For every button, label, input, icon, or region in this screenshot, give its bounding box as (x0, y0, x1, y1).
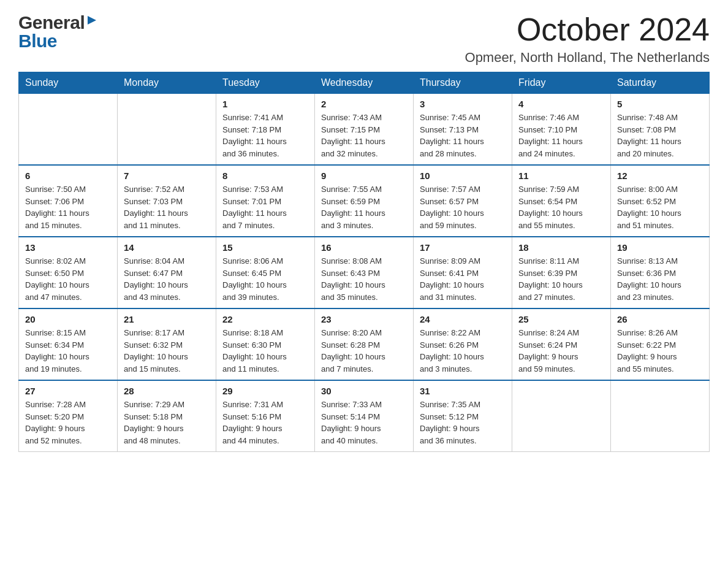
day-number: 30 (321, 386, 407, 396)
calendar-cell: 9Sunrise: 7:55 AMSunset: 6:59 PMDaylight… (315, 165, 414, 237)
day-info: Sunrise: 7:50 AMSunset: 7:06 PMDaylight:… (25, 183, 111, 231)
day-info: Sunrise: 7:59 AMSunset: 6:54 PMDaylight:… (518, 183, 604, 231)
calendar-cell: 2Sunrise: 7:43 AMSunset: 7:15 PMDaylight… (315, 94, 414, 166)
calendar-cell: 1Sunrise: 7:41 AMSunset: 7:18 PMDaylight… (216, 94, 315, 166)
calendar-cell: 27Sunrise: 7:28 AMSunset: 5:20 PMDayligh… (19, 380, 118, 452)
logo-blue-text: Blue (18, 31, 57, 52)
day-number: 15 (222, 242, 308, 253)
logo-general-text: General (18, 12, 85, 33)
location-title: Opmeer, North Holland, The Netherlands (465, 50, 710, 66)
day-number: 21 (124, 314, 210, 324)
day-number: 19 (617, 242, 703, 253)
calendar-cell: 12Sunrise: 8:00 AMSunset: 6:52 PMDayligh… (611, 165, 710, 237)
day-info: Sunrise: 7:33 AMSunset: 5:14 PMDaylight:… (321, 399, 407, 446)
calendar-cell: 29Sunrise: 7:31 AMSunset: 5:16 PMDayligh… (216, 380, 315, 452)
day-number: 5 (617, 99, 703, 109)
day-info: Sunrise: 7:46 AMSunset: 7:10 PMDaylight:… (518, 112, 604, 159)
calendar-cell (118, 94, 216, 166)
day-number: 25 (518, 314, 604, 324)
day-number: 20 (25, 314, 111, 324)
day-info: Sunrise: 8:17 AMSunset: 6:32 PMDaylight:… (124, 327, 210, 375)
header-monday: Monday (118, 72, 216, 94)
header-wednesday: Wednesday (315, 72, 414, 94)
calendar-week-row: 13Sunrise: 8:02 AMSunset: 6:50 PMDayligh… (19, 237, 710, 308)
day-number: 18 (518, 242, 604, 253)
title-area: October 2024 Opmeer, North Holland, The … (465, 12, 710, 66)
calendar-cell: 18Sunrise: 8:11 AMSunset: 6:39 PMDayligh… (512, 237, 611, 308)
day-info: Sunrise: 7:55 AMSunset: 6:59 PMDaylight:… (321, 183, 407, 231)
day-number: 31 (420, 386, 506, 396)
calendar-cell (611, 380, 710, 452)
header-saturday: Saturday (611, 72, 710, 94)
day-info: Sunrise: 8:26 AMSunset: 6:22 PMDaylight:… (617, 327, 703, 375)
calendar-cell: 31Sunrise: 7:35 AMSunset: 5:12 PMDayligh… (414, 380, 512, 452)
day-number: 23 (321, 314, 407, 324)
calendar-cell: 21Sunrise: 8:17 AMSunset: 6:32 PMDayligh… (118, 308, 216, 380)
calendar-cell: 15Sunrise: 8:06 AMSunset: 6:45 PMDayligh… (216, 237, 315, 308)
calendar-cell: 26Sunrise: 8:26 AMSunset: 6:22 PMDayligh… (611, 308, 710, 380)
day-number: 26 (617, 314, 703, 324)
calendar-cell: 22Sunrise: 8:18 AMSunset: 6:30 PMDayligh… (216, 308, 315, 380)
calendar-cell (512, 380, 611, 452)
day-number: 8 (222, 170, 308, 181)
day-info: Sunrise: 8:02 AMSunset: 6:50 PMDaylight:… (25, 255, 111, 303)
calendar-week-row: 27Sunrise: 7:28 AMSunset: 5:20 PMDayligh… (19, 380, 710, 452)
svg-marker-0 (88, 16, 96, 25)
calendar-week-row: 6Sunrise: 7:50 AMSunset: 7:06 PMDaylight… (19, 165, 710, 237)
day-info: Sunrise: 8:18 AMSunset: 6:30 PMDaylight:… (222, 327, 308, 375)
day-info: Sunrise: 7:43 AMSunset: 7:15 PMDaylight:… (321, 112, 407, 159)
day-number: 11 (518, 170, 604, 181)
day-number: 16 (321, 242, 407, 253)
day-info: Sunrise: 7:41 AMSunset: 7:18 PMDaylight:… (222, 112, 308, 159)
day-number: 22 (222, 314, 308, 324)
calendar-cell: 24Sunrise: 8:22 AMSunset: 6:26 PMDayligh… (414, 308, 512, 380)
day-number: 13 (25, 242, 111, 253)
calendar-cell: 19Sunrise: 8:13 AMSunset: 6:36 PMDayligh… (611, 237, 710, 308)
day-info: Sunrise: 8:00 AMSunset: 6:52 PMDaylight:… (617, 183, 703, 231)
day-number: 3 (420, 99, 506, 109)
day-number: 29 (222, 386, 308, 396)
day-number: 27 (25, 386, 111, 396)
header-thursday: Thursday (414, 72, 512, 94)
day-info: Sunrise: 8:06 AMSunset: 6:45 PMDaylight:… (222, 255, 308, 303)
calendar-cell: 5Sunrise: 7:48 AMSunset: 7:08 PMDaylight… (611, 94, 710, 166)
calendar-cell: 6Sunrise: 7:50 AMSunset: 7:06 PMDaylight… (19, 165, 118, 237)
calendar-week-row: 20Sunrise: 8:15 AMSunset: 6:34 PMDayligh… (19, 308, 710, 380)
calendar-header-row: SundayMondayTuesdayWednesdayThursdayFrid… (19, 72, 710, 94)
day-number: 2 (321, 99, 407, 109)
day-info: Sunrise: 8:24 AMSunset: 6:24 PMDaylight:… (518, 327, 604, 375)
calendar-cell: 23Sunrise: 8:20 AMSunset: 6:28 PMDayligh… (315, 308, 414, 380)
day-number: 1 (222, 99, 308, 109)
calendar-cell: 11Sunrise: 7:59 AMSunset: 6:54 PMDayligh… (512, 165, 611, 237)
day-info: Sunrise: 7:57 AMSunset: 6:57 PMDaylight:… (420, 183, 506, 231)
calendar-cell: 30Sunrise: 7:33 AMSunset: 5:14 PMDayligh… (315, 380, 414, 452)
day-info: Sunrise: 8:11 AMSunset: 6:39 PMDaylight:… (518, 255, 604, 303)
calendar-cell: 17Sunrise: 8:09 AMSunset: 6:41 PMDayligh… (414, 237, 512, 308)
header-tuesday: Tuesday (216, 72, 315, 94)
day-info: Sunrise: 8:22 AMSunset: 6:26 PMDaylight:… (420, 327, 506, 375)
day-number: 24 (420, 314, 506, 324)
day-info: Sunrise: 7:52 AMSunset: 7:03 PMDaylight:… (124, 183, 210, 231)
day-number: 6 (25, 170, 111, 181)
day-info: Sunrise: 7:29 AMSunset: 5:18 PMDaylight:… (124, 399, 210, 446)
day-info: Sunrise: 7:31 AMSunset: 5:16 PMDaylight:… (222, 399, 308, 446)
calendar-cell: 13Sunrise: 8:02 AMSunset: 6:50 PMDayligh… (19, 237, 118, 308)
logo-triangle-icon (86, 15, 97, 28)
day-info: Sunrise: 8:15 AMSunset: 6:34 PMDaylight:… (25, 327, 111, 375)
day-number: 4 (518, 99, 604, 109)
day-info: Sunrise: 8:04 AMSunset: 6:47 PMDaylight:… (124, 255, 210, 303)
logo: General Blue (18, 12, 97, 52)
day-number: 9 (321, 170, 407, 181)
day-info: Sunrise: 7:45 AMSunset: 7:13 PMDaylight:… (420, 112, 506, 159)
day-number: 17 (420, 242, 506, 253)
calendar-cell (19, 94, 118, 166)
calendar-cell: 16Sunrise: 8:08 AMSunset: 6:43 PMDayligh… (315, 237, 414, 308)
calendar-cell: 7Sunrise: 7:52 AMSunset: 7:03 PMDaylight… (118, 165, 216, 237)
day-info: Sunrise: 8:13 AMSunset: 6:36 PMDaylight:… (617, 255, 703, 303)
day-number: 12 (617, 170, 703, 181)
header-friday: Friday (512, 72, 611, 94)
calendar-cell: 14Sunrise: 8:04 AMSunset: 6:47 PMDayligh… (118, 237, 216, 308)
day-number: 10 (420, 170, 506, 181)
day-info: Sunrise: 7:48 AMSunset: 7:08 PMDaylight:… (617, 112, 703, 159)
month-title: October 2024 (465, 12, 710, 47)
